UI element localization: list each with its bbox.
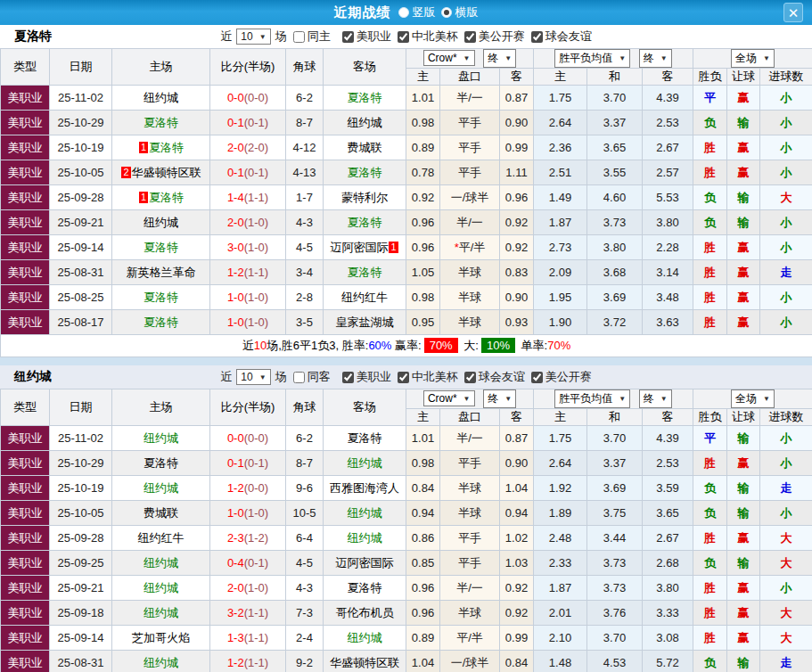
- match-row: 美职业25-10-052华盛顿特区联0-1(0-1)4-13夏洛特0.78平手1…: [1, 160, 812, 185]
- away-odds-cell: 0.87: [500, 426, 534, 451]
- league-label: 中北美杯: [412, 29, 458, 45]
- section-charlotte-filter-row: 夏洛特 近 10▼ 场 同主 美职业 中北美杯 美公开赛 球会友谊: [0, 25, 812, 48]
- mean-stage-select[interactable]: 终▼: [639, 49, 672, 68]
- league-checkbox[interactable]: [531, 372, 543, 383]
- bookmaker-select[interactable]: Crow*▼: [423, 50, 475, 66]
- mean-select[interactable]: 胜平负均值▼: [554, 49, 630, 68]
- league-checkbox[interactable]: [342, 372, 354, 383]
- radio-vertical[interactable]: [398, 7, 409, 18]
- handicap-cell: 半球: [440, 501, 500, 526]
- away-team-cell: 夏洛特: [324, 576, 406, 601]
- games-count-select[interactable]: 10▼: [236, 369, 270, 385]
- same-away-checkbox[interactable]: [293, 372, 305, 383]
- radio-vertical-label: 竖版: [413, 4, 436, 20]
- sub-mean-home: 主: [534, 69, 587, 86]
- away-team-name: 皇家盐湖城: [336, 316, 394, 329]
- wdl-result-cell: 胜: [693, 285, 727, 310]
- away-team-cell: 迈阿密国际: [324, 551, 406, 576]
- full-match-select[interactable]: 全场▼: [731, 49, 775, 68]
- radio-horizontal[interactable]: [441, 7, 452, 18]
- full-time-score: 0-4: [227, 556, 244, 570]
- away-team-name: 夏洛特: [348, 431, 382, 445]
- home-team-cell: 纽约城: [112, 476, 210, 501]
- away-odds-cell: 0.92: [500, 235, 534, 260]
- goals-result-cell: 大: [760, 526, 812, 551]
- sub-wdl: 胜负: [693, 69, 727, 86]
- away-team-name: 哥伦布机员: [336, 606, 394, 619]
- handicap-cell: 半/一: [440, 86, 500, 111]
- bookmaker-select[interactable]: Crow*▼: [423, 390, 475, 406]
- sub-home-odds: 主: [406, 409, 440, 426]
- goals-result-cell: 小: [760, 160, 812, 185]
- mean-home-cell: 1.48: [534, 651, 587, 672]
- wdl-result-cell: 胜: [693, 626, 727, 651]
- mean-home-cell: 1.87: [534, 210, 587, 235]
- chevron-down-icon: ▼: [763, 395, 770, 403]
- mean-select[interactable]: 胜平负均值▼: [554, 389, 630, 408]
- score-cell: 0-1(0-1): [210, 451, 286, 476]
- home-odds-cell: 0.84: [406, 476, 440, 501]
- away-team-name: 纽约城: [348, 506, 382, 520]
- mean-away-cell: 2.67: [643, 135, 693, 160]
- home-team-cell: 夏洛特: [112, 111, 210, 135]
- handicap-result-cell: 输: [727, 185, 760, 210]
- away-team-cell: 迈阿密国际1: [324, 235, 406, 260]
- mean-stage-select[interactable]: 终▼: [639, 389, 672, 408]
- full-match-select[interactable]: 全场▼: [731, 389, 775, 408]
- league-checkbox[interactable]: [342, 31, 354, 43]
- games-count-select[interactable]: 10▼: [236, 29, 270, 45]
- league-type-cell: 美职业: [1, 526, 50, 551]
- wdl-result-cell: 胜: [693, 135, 727, 160]
- match-row: 美职业25-09-28纽约红牛2-3(1-2)6-4纽约城0.86平手1.022…: [1, 526, 812, 551]
- handicap-result-cell: 赢: [727, 160, 760, 185]
- home-team-name: 纽约城: [144, 216, 178, 229]
- match-row: 美职业25-10-29夏洛特0-1(0-1)8-7纽约城0.98平手0.902.…: [1, 111, 812, 135]
- score-cell: 2-0(2-0): [210, 135, 286, 160]
- match-row: 美职业25-09-14芝加哥火焰1-3(1-1)2-4纽约城0.89平/半0.9…: [1, 626, 812, 651]
- result-group-header: 全场▼: [693, 389, 812, 409]
- same-home-checkbox[interactable]: [293, 31, 305, 43]
- sub-handicap: 盘口: [440, 69, 500, 86]
- home-odds-cell: 0.78: [406, 160, 440, 185]
- chevron-down-icon: ▼: [259, 33, 267, 41]
- home-team-cell: 夏洛特: [112, 310, 210, 335]
- full-time-score: 3-2: [227, 606, 244, 619]
- half-time-score: (0-1): [244, 166, 268, 179]
- corner-cell: 4-5: [286, 235, 324, 260]
- mean-home-cell: 1.92: [534, 476, 587, 501]
- chevron-down-icon: ▼: [660, 54, 668, 62]
- col-date: 日期: [50, 49, 112, 86]
- col-date: 日期: [50, 389, 112, 426]
- mean-away-cell: 4.39: [643, 426, 693, 451]
- chevron-down-icon: ▼: [660, 395, 668, 403]
- corner-cell: 8-7: [286, 451, 324, 476]
- league-checkbox[interactable]: [464, 31, 476, 43]
- sub-away-odds: 客: [500, 409, 534, 426]
- wdl-result-cell: 胜: [693, 310, 727, 335]
- half-time-score: (1-1): [244, 606, 268, 619]
- mean-draw-cell: 3.72: [587, 310, 643, 335]
- away-odds-cell: 0.92: [500, 601, 534, 626]
- league-type-cell: 美职业: [1, 260, 50, 285]
- handicap-result-cell: 输: [727, 476, 760, 501]
- full-time-score: 0-0: [227, 91, 244, 104]
- odds-stage-select[interactable]: 终▼: [483, 389, 516, 408]
- home-team-name: 新英格兰革命: [127, 266, 196, 279]
- mean-draw-cell: 3.70: [587, 86, 643, 111]
- wdl-result-cell: 胜: [693, 601, 727, 626]
- corner-cell: 4-3: [286, 210, 324, 235]
- league-checkbox[interactable]: [531, 31, 543, 43]
- league-checkbox[interactable]: [398, 372, 409, 383]
- full-time-score: 2-0: [227, 141, 244, 154]
- home-team-cell: 纽约红牛: [112, 526, 210, 551]
- odds-stage-select[interactable]: 终▼: [483, 49, 516, 68]
- sub-goals-result: 进球数: [760, 409, 812, 426]
- half-time-score: (0-0): [244, 91, 268, 104]
- match-row: 美职业25-10-29夏洛特0-1(0-1)8-7纽约城0.98平手0.902.…: [1, 451, 812, 476]
- away-team-cell: 夏洛特: [324, 86, 406, 111]
- match-row: 美职业25-08-17夏洛特1-0(1-0)3-5皇家盐湖城0.95半球0.93…: [1, 310, 812, 335]
- close-button[interactable]: ✕: [783, 3, 803, 22]
- league-type-cell: 美职业: [1, 86, 50, 111]
- league-checkbox[interactable]: [398, 31, 409, 43]
- league-checkbox[interactable]: [464, 372, 476, 383]
